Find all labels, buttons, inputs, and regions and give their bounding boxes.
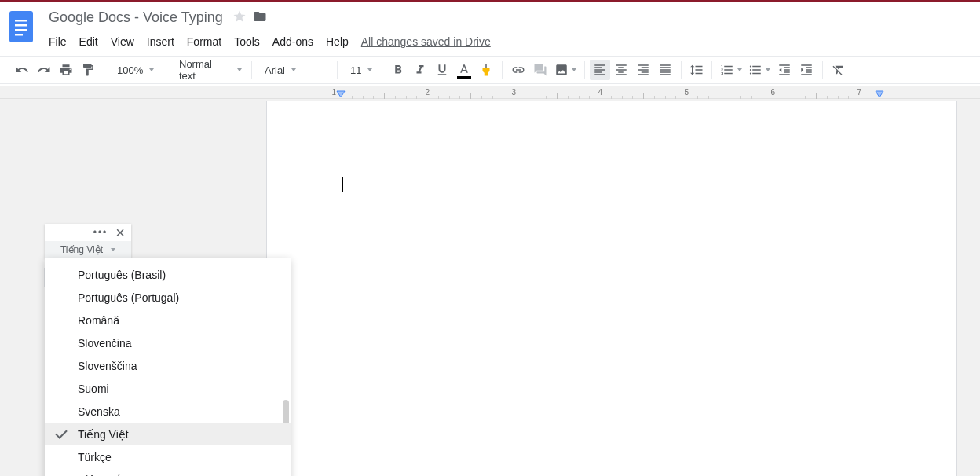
svg-rect-2 (15, 24, 27, 27)
caret-icon (737, 68, 742, 71)
font-family-value: Arial (265, 64, 285, 76)
toolbar-separator (166, 61, 166, 79)
paragraph-style-value: Normal text (179, 58, 231, 82)
voice-language-label: Tiếng Việt (60, 244, 103, 255)
font-size-value: 11 (350, 64, 361, 76)
toolbar-separator (681, 61, 682, 79)
text-color-button[interactable] (453, 60, 475, 80)
align-right-button[interactable] (632, 60, 654, 80)
language-option[interactable]: Português (Brasil) (45, 263, 291, 286)
menu-format[interactable]: Format (181, 32, 228, 51)
caret-icon (149, 68, 154, 71)
underline-button[interactable] (431, 60, 453, 80)
svg-rect-1 (15, 20, 27, 22)
folder-icon[interactable] (247, 9, 267, 26)
bold-button[interactable] (387, 60, 409, 80)
toolbar-separator (584, 61, 585, 79)
svg-rect-3 (15, 29, 27, 31)
align-center-button[interactable] (610, 60, 632, 80)
numbered-list-button[interactable] (717, 60, 745, 80)
caret-icon (368, 68, 372, 71)
toolbar: 100% Normal text Arial 11 (0, 56, 980, 84)
caret-icon (291, 68, 296, 71)
caret-icon (572, 68, 576, 71)
svg-rect-4 (15, 34, 23, 36)
caret-icon (111, 248, 115, 251)
star-icon[interactable] (228, 9, 247, 26)
language-option[interactable]: Suomi (45, 377, 291, 400)
svg-marker-5 (337, 91, 345, 97)
menu-help[interactable]: Help (320, 32, 355, 51)
italic-button[interactable] (409, 60, 431, 80)
document-canvas: 1234567 ••• × Tiếng Việt Português (Bras… (0, 86, 980, 476)
menu-tools[interactable]: Tools (228, 32, 266, 51)
language-option[interactable]: Svenska (45, 400, 291, 423)
horizontal-ruler[interactable]: 1234567 (0, 86, 980, 99)
line-spacing-button[interactable] (686, 60, 707, 80)
language-option[interactable]: Português (Portugal) (45, 286, 291, 309)
increase-indent-button[interactable] (795, 60, 817, 80)
clear-formatting-button[interactable] (828, 60, 850, 80)
language-option[interactable]: Română (45, 309, 291, 331)
font-size-dropdown[interactable]: 11 (342, 60, 377, 80)
menu-edit[interactable]: Edit (73, 32, 104, 51)
menu-addons[interactable]: Add-ons (266, 32, 320, 51)
header: Google Docs - Voice Typing File Edit Vie… (0, 2, 980, 51)
insert-comment-button[interactable] (529, 60, 551, 80)
toolbar-separator (251, 61, 252, 79)
right-indent-marker[interactable] (875, 90, 884, 98)
toolbar-separator (382, 61, 382, 79)
decrease-indent-button[interactable] (773, 60, 795, 80)
menu-insert[interactable]: Insert (141, 32, 181, 51)
voice-language-menu: Português (Brasil)Português (Portugal)Ro… (45, 258, 291, 476)
insert-image-button[interactable] (551, 60, 580, 80)
zoom-value: 100% (117, 64, 143, 76)
svg-marker-6 (876, 91, 883, 97)
menu-file[interactable]: File (44, 32, 73, 51)
toolbar-separator (104, 61, 104, 79)
paint-format-button[interactable] (77, 60, 99, 80)
docs-app-icon[interactable] (8, 8, 36, 46)
highlight-color-button[interactable] (475, 60, 497, 80)
menu-view[interactable]: View (104, 32, 141, 51)
language-option[interactable]: Slovenščina (45, 354, 291, 377)
font-family-dropdown[interactable]: Arial (257, 60, 332, 80)
page[interactable] (266, 101, 957, 476)
toolbar-separator (822, 61, 823, 79)
toolbar-separator (337, 61, 338, 79)
text-cursor (342, 177, 343, 192)
language-option[interactable]: Slovenčina (45, 331, 291, 354)
svg-rect-0 (9, 11, 33, 42)
caret-icon (766, 68, 770, 71)
align-justify-button[interactable] (654, 60, 676, 80)
save-status[interactable]: All changes saved in Drive (361, 35, 491, 48)
paragraph-style-dropdown[interactable]: Normal text (171, 60, 247, 80)
voice-language-dropdown[interactable]: Tiếng Việt (45, 241, 131, 258)
language-option[interactable]: Ελληνικά (45, 468, 291, 476)
redo-button[interactable] (33, 60, 55, 80)
close-icon[interactable]: × (115, 227, 125, 238)
voice-typing-panel[interactable]: ••• × Tiếng Việt (45, 224, 131, 258)
language-option[interactable]: Türkçe (45, 445, 291, 468)
bulleted-list-button[interactable] (745, 60, 773, 80)
print-button[interactable] (55, 60, 77, 80)
undo-button[interactable] (11, 60, 33, 80)
first-line-indent-marker[interactable] (336, 90, 346, 98)
language-option[interactable]: Tiếng Việt (45, 423, 291, 445)
toolbar-separator (502, 61, 503, 79)
more-options-icon[interactable]: ••• (93, 227, 108, 238)
zoom-dropdown[interactable]: 100% (109, 60, 161, 80)
menubar: File Edit View Insert Format Tools Add-o… (44, 32, 972, 51)
align-button[interactable] (590, 60, 610, 80)
document-title[interactable]: Google Docs - Voice Typing (44, 9, 228, 26)
insert-link-button[interactable] (507, 60, 529, 80)
toolbar-separator (711, 61, 712, 79)
caret-icon (237, 68, 242, 71)
